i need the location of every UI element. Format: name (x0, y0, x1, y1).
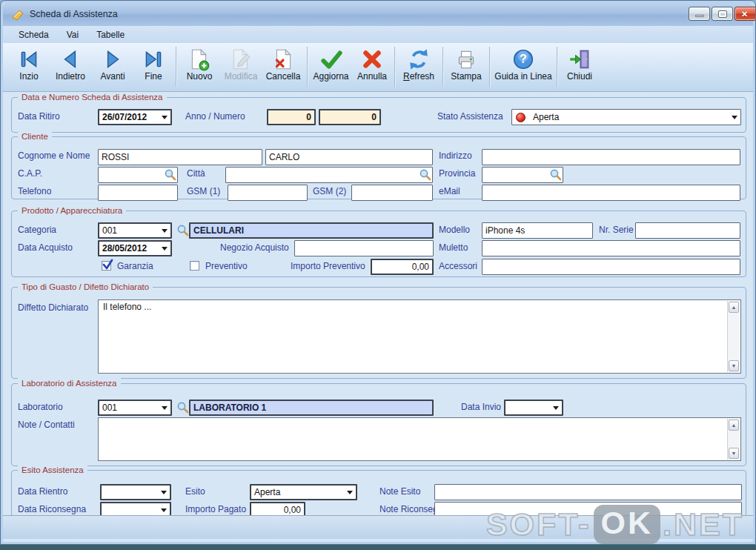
app-icon (11, 8, 24, 21)
scroll-up-icon[interactable]: ▲ (729, 302, 739, 313)
nuovo-button[interactable]: Nuovo (179, 45, 220, 87)
toolbar: Inzio Indietro Avanti Fine Nuovo Modif (3, 43, 753, 92)
menu-tabelle[interactable]: Tabelle (88, 28, 133, 42)
chevron-down-icon[interactable] (159, 401, 170, 414)
difetto-dichiarato-textarea[interactable]: Il telefono ... ▲ ▼ (98, 299, 741, 374)
difetto-scrollbar[interactable]: ▲ ▼ (727, 301, 740, 372)
note-contatti-scrollbar[interactable]: ▲ ▼ (727, 419, 740, 460)
note-esito-field[interactable] (434, 484, 742, 500)
chiudi-button[interactable]: Chiudi (560, 45, 600, 87)
printer-icon (454, 47, 478, 71)
watermark: SOFT- OK .NET (486, 505, 744, 544)
chevron-down-icon[interactable] (159, 224, 170, 237)
avanti-button[interactable]: Avanti (92, 45, 133, 87)
section-cliente: Cliente Cognome e Nome Indirizzo C.A.P. … (11, 136, 746, 199)
modifica-button[interactable]: Modifica (220, 45, 262, 87)
exit-door-icon (568, 47, 591, 71)
cognome-field[interactable] (98, 149, 262, 165)
section-prodotto: Prodotto / Apparecchiatura Categoria 001… (11, 211, 746, 277)
refresh-button[interactable]: Refresh (397, 45, 440, 87)
guida-in-linea-button[interactable]: ? Guida in Linea (492, 45, 554, 87)
screen: Scheda di Assistenza ✕ Scheda Vai Tabell… (0, 0, 756, 550)
garanzia-checkbox[interactable] (102, 261, 111, 271)
data-invio-combobox[interactable] (504, 400, 563, 416)
watermark-part3: .NET (663, 506, 744, 543)
data-rientro-combobox[interactable] (100, 484, 171, 500)
accessori-field[interactable] (482, 259, 740, 275)
email-field[interactable] (482, 185, 740, 201)
data-riconsegna-label: Data Riconsegna (18, 504, 86, 514)
indietro-button[interactable]: Indietro (49, 45, 92, 87)
confirm-check-icon (319, 47, 343, 71)
chevron-down-icon[interactable] (550, 401, 562, 414)
chevron-down-icon[interactable] (729, 110, 740, 125)
minimize-button[interactable] (689, 7, 710, 21)
section-esito-title: Esito Assistenza (18, 465, 87, 476)
laboratorio-combobox[interactable]: 001 (98, 400, 172, 416)
nome-field[interactable] (265, 149, 433, 165)
modello-field[interactable] (482, 222, 593, 239)
nr-serie-label: Nr. Serie (599, 225, 634, 235)
menu-vai[interactable]: Vai (59, 28, 87, 42)
scroll-up-icon[interactable]: ▲ (729, 420, 739, 431)
fine-button[interactable]: Fine (133, 45, 173, 87)
menu-scheda[interactable]: Scheda (10, 28, 57, 42)
section-laboratorio-title: Laboratorio di Assistenza (18, 378, 121, 389)
scroll-down-icon[interactable]: ▼ (729, 360, 739, 371)
anno-numero-label: Anno / Numero (185, 111, 245, 122)
section-laboratorio: Laboratorio di Assistenza Laboratorio 00… (11, 383, 746, 466)
note-contatti-label: Note / Contatti (18, 420, 75, 430)
data-rientro-label: Data Rientro (18, 486, 67, 497)
accessori-label: Accessori (439, 261, 477, 271)
svg-text:?: ? (520, 53, 527, 65)
window-title: Scheda di Assistenza (30, 3, 118, 25)
close-button[interactable]: ✕ (735, 7, 756, 21)
numero-field[interactable] (319, 109, 381, 125)
chevron-down-icon[interactable] (159, 110, 170, 124)
importo-preventivo-field[interactable] (371, 259, 434, 275)
data-ritiro-combobox[interactable]: 26/07/2012 (98, 109, 172, 125)
inzio-button[interactable]: Inzio (9, 45, 49, 87)
data-acquisto-combobox[interactable]: 28/05/2012 (98, 240, 172, 256)
muletto-field[interactable] (482, 240, 740, 256)
cancella-button[interactable]: Cancella (262, 45, 305, 87)
gsm1-field[interactable] (228, 185, 308, 201)
categoria-combobox[interactable]: 001 (98, 222, 172, 239)
new-record-icon (188, 47, 211, 71)
chevron-down-icon[interactable] (159, 242, 170, 255)
last-record-icon (142, 47, 165, 71)
title-bar[interactable]: Scheda di Assistenza ✕ (3, 3, 753, 26)
maximize-button[interactable] (712, 7, 733, 21)
minimize-icon (695, 15, 704, 17)
section-guasto-title: Tipo di Guasto / Difetto Dichiarato (18, 282, 153, 293)
note-contatti-textarea[interactable]: ▲ ▼ (98, 417, 741, 461)
citta-search-icon[interactable] (419, 168, 431, 181)
preventivo-checkbox[interactable] (190, 261, 199, 271)
importo-preventivo-label: Importo Preventivo (291, 261, 365, 271)
note-esito-label: Note Esito (379, 486, 420, 497)
aggiorna-button[interactable]: Aggiorna (310, 45, 352, 87)
esito-combobox[interactable]: Aperta (250, 484, 357, 500)
chevron-down-icon[interactable] (158, 486, 170, 499)
close-icon: ✕ (741, 10, 748, 19)
provincia-search-icon[interactable] (549, 168, 562, 181)
indirizzo-field[interactable] (482, 149, 740, 165)
negozio-acquisto-label: Negozio Acquisto (220, 242, 289, 253)
stato-assistenza-combobox[interactable]: Aperta (511, 109, 741, 125)
gsm2-field[interactable] (351, 185, 433, 201)
chevron-down-icon[interactable] (344, 486, 356, 499)
stampa-button[interactable]: Stampa (445, 45, 487, 87)
categoria-search-icon[interactable] (176, 224, 189, 236)
annulla-button[interactable]: Annulla (352, 45, 392, 87)
scroll-down-icon[interactable]: ▼ (729, 448, 739, 459)
laboratorio-search-icon[interactable] (176, 401, 189, 414)
nr-serie-field[interactable] (635, 222, 740, 239)
toolbar-separator (394, 47, 395, 87)
toolbar-separator (557, 47, 557, 87)
anno-field[interactable] (267, 109, 316, 125)
cap-search-icon[interactable] (164, 168, 176, 181)
categoria-descrizione-field (189, 222, 434, 239)
citta-field[interactable] (225, 167, 433, 183)
telefono-field[interactable] (98, 185, 178, 201)
negozio-acquisto-field[interactable] (294, 240, 434, 256)
